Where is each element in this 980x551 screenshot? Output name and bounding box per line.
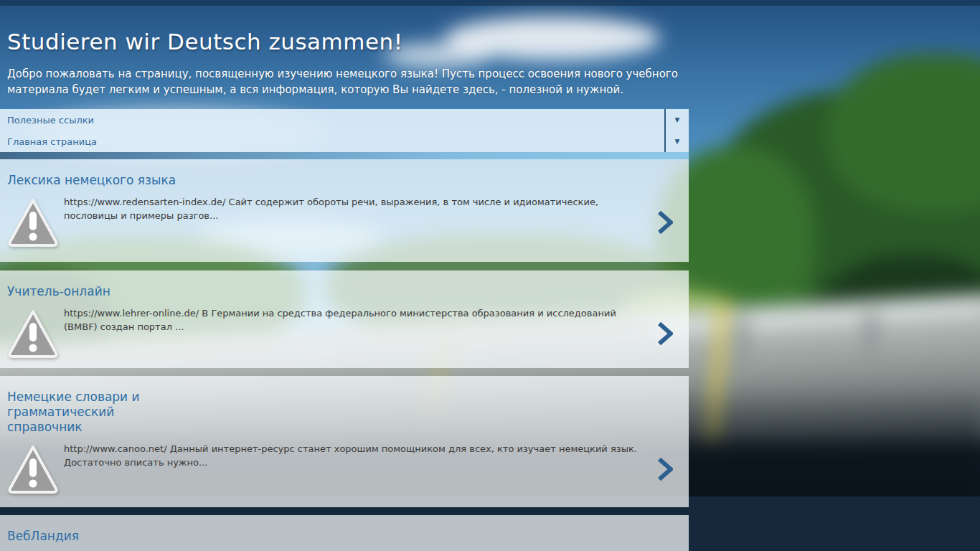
post-title-link[interactable]: Немецкие словари и грамматический справо… <box>7 390 188 435</box>
nav-item-home[interactable]: Главная страница <box>0 131 664 152</box>
page-content: Studieren wir Deutsch zusammen! Добро по… <box>0 0 689 551</box>
chevron-right-icon[interactable] <box>657 322 673 345</box>
guardrail-post <box>735 318 748 359</box>
post-card[interactable]: ВебЛандия http://web-landia.ru/25-foreig… <box>0 515 689 551</box>
warning-triangle-icon <box>7 443 59 495</box>
nav-menu: Полезные ссылки Главная страница ▼ ▼ <box>0 109 689 152</box>
post-snippet: https://www.redensarten-index.de/ Сайт с… <box>64 195 649 222</box>
post-card[interactable]: Лексика немецкого языка https://www.rede… <box>0 159 689 262</box>
post-title-link[interactable]: ВебЛандия <box>7 529 682 544</box>
post-card[interactable]: Учитель-онлайн https://www.lehrer-online… <box>0 270 689 368</box>
posts-list: Лексика немецкого языка https://www.rede… <box>0 159 689 551</box>
post-snippet: https://www.lehrer-online.de/ В Германии… <box>64 306 649 334</box>
dropdown-arrow-icon[interactable]: ▼ <box>666 131 689 152</box>
warning-triangle-icon <box>7 308 59 359</box>
chevron-right-icon[interactable] <box>657 211 673 234</box>
nav-item-useful-links[interactable]: Полезные ссылки <box>0 109 664 131</box>
post-card[interactable]: Немецкие словари и грамматический справо… <box>0 376 689 507</box>
chevron-right-icon[interactable] <box>657 458 673 481</box>
guardrail-post <box>864 312 877 354</box>
post-title-link[interactable]: Лексика немецкого языка <box>7 173 682 188</box>
post-title-link[interactable]: Учитель-онлайн <box>7 284 682 299</box>
dropdown-arrow-icon[interactable]: ▼ <box>666 109 689 131</box>
warning-triangle-icon <box>7 197 59 248</box>
page-title[interactable]: Studieren wir Deutsch zusammen! <box>7 30 682 53</box>
gradient-divider <box>0 152 689 159</box>
post-snippet: http://www.canoo.net/ Данный интернет-ре… <box>64 442 649 469</box>
page-description: Добро пожаловать на страницу, посвященну… <box>7 66 682 98</box>
header: Studieren wir Deutsch zusammen! Добро по… <box>0 0 689 109</box>
